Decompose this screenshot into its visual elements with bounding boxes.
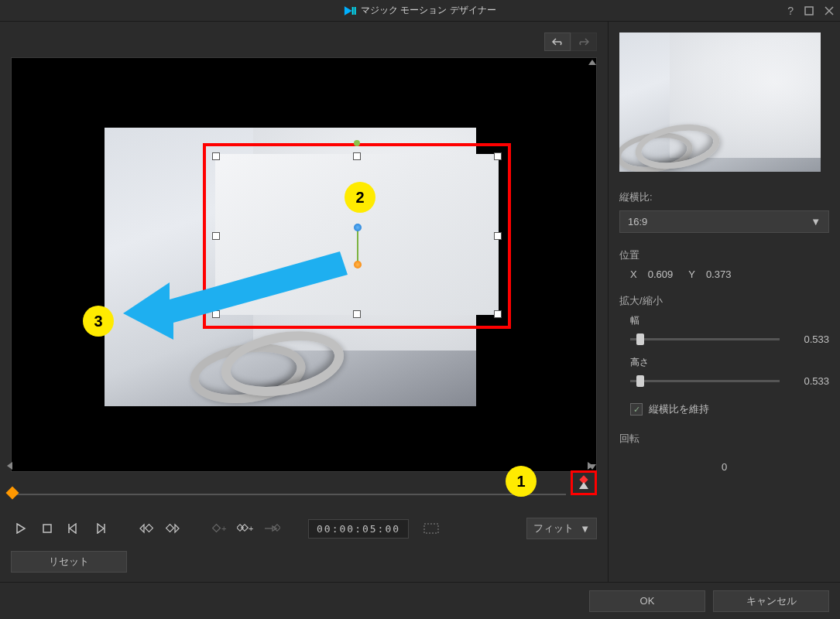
keyframe-marker[interactable] xyxy=(6,487,19,500)
svg-text:+: + xyxy=(249,524,253,533)
scrollbar-vertical[interactable] xyxy=(588,67,596,462)
add-keyframe-icon[interactable]: + xyxy=(209,518,229,539)
svg-rect-1 xyxy=(351,7,353,15)
resize-handle-tc[interactable] xyxy=(353,152,361,160)
resize-handle-tl[interactable] xyxy=(212,152,220,160)
svg-rect-8 xyxy=(43,525,51,532)
svg-rect-15 xyxy=(166,525,174,532)
width-value[interactable]: 0.533 xyxy=(790,333,829,345)
playback-controls: + + 00:00:05:00 フィット ▼ xyxy=(11,515,597,542)
scale-label: 拡大/縮小 xyxy=(619,294,829,308)
height-value[interactable]: 0.533 xyxy=(790,375,829,387)
add-keyframe-button[interactable] xyxy=(571,470,597,495)
height-label: 高さ xyxy=(630,356,829,369)
chevron-down-icon: ▼ xyxy=(580,523,590,535)
zoom-fit-dropdown[interactable]: フィット ▼ xyxy=(526,518,597,539)
svg-marker-9 xyxy=(70,524,76,533)
svg-marker-16 xyxy=(175,525,179,532)
svg-marker-7 xyxy=(17,524,25,533)
position-label: 位置 xyxy=(619,248,829,262)
app-icon xyxy=(344,5,356,17)
annotation-2: 2 xyxy=(345,182,375,213)
svg-marker-11 xyxy=(98,524,104,533)
svg-marker-6 xyxy=(123,251,348,340)
svg-rect-24 xyxy=(424,524,438,533)
rotation-label: 回転 xyxy=(619,432,829,446)
titlebar: マジック モーション デザイナー ? xyxy=(0,0,840,22)
aspect-ratio-dropdown[interactable]: 16:9 ▼ xyxy=(619,210,829,233)
x-value[interactable]: 0.609 xyxy=(648,268,674,280)
x-label: X xyxy=(630,268,637,280)
properties-panel: 縦横比: 16:9 ▼ 位置 X0.609 Y0.373 拡大/縮小 幅 0.5… xyxy=(608,22,840,582)
motion-start-point[interactable] xyxy=(354,224,362,231)
resize-handle-mr[interactable] xyxy=(494,232,502,240)
undo-button[interactable] xyxy=(544,32,571,51)
svg-rect-17 xyxy=(213,525,221,532)
maximize-icon[interactable] xyxy=(804,6,814,15)
aspect-ratio-label: 縦横比: xyxy=(619,190,829,204)
width-label: 幅 xyxy=(630,314,829,327)
rotation-value[interactable]: 0 xyxy=(619,461,829,473)
tv-safe-icon[interactable] xyxy=(421,518,441,539)
left-panel: 2 3 1 xyxy=(0,22,608,582)
scrollbar-horizontal[interactable] xyxy=(15,462,585,470)
timecode-display[interactable]: 00:00:05:00 xyxy=(308,519,409,539)
y-value[interactable]: 0.373 xyxy=(706,268,732,280)
preview-area[interactable]: 2 3 xyxy=(11,57,597,472)
prev-frame-button[interactable] xyxy=(63,518,84,539)
prev-keyframe-button[interactable] xyxy=(136,518,156,539)
redo-button[interactable] xyxy=(571,32,597,51)
duplicate-keyframe-icon[interactable]: + xyxy=(235,518,255,539)
stop-button[interactable] xyxy=(37,518,57,539)
svg-rect-19 xyxy=(237,525,243,531)
thumbnail-preview xyxy=(619,32,821,172)
play-button[interactable] xyxy=(11,518,31,539)
motion-path xyxy=(357,228,358,264)
width-slider[interactable] xyxy=(630,338,780,340)
svg-rect-2 xyxy=(354,7,355,15)
rotation-handle[interactable] xyxy=(354,140,360,146)
reset-button[interactable]: リセット xyxy=(11,551,127,573)
svg-rect-13 xyxy=(146,525,153,532)
keep-aspect-checkbox[interactable]: ✓ xyxy=(630,403,643,416)
cancel-button[interactable]: キャンセル xyxy=(713,590,829,612)
svg-text:+: + xyxy=(221,524,226,533)
svg-rect-20 xyxy=(242,525,248,531)
next-keyframe-button[interactable] xyxy=(163,518,183,539)
zoom-fit-label: フィット xyxy=(533,522,574,535)
annotation-3: 3 xyxy=(83,306,114,337)
y-label: Y xyxy=(688,268,695,280)
chevron-down-icon: ▼ xyxy=(811,216,821,227)
svg-rect-3 xyxy=(805,7,813,15)
footer: OK キャンセル xyxy=(0,582,840,619)
svg-marker-14 xyxy=(140,525,144,532)
annotation-arrow xyxy=(123,236,355,344)
annotation-1: 1 xyxy=(506,466,537,497)
resize-handle-tr[interactable] xyxy=(494,152,502,160)
resize-handle-br[interactable] xyxy=(494,310,502,318)
close-icon[interactable] xyxy=(825,6,834,15)
help-icon[interactable]: ? xyxy=(787,5,794,17)
keep-aspect-label: 縦横比を維持 xyxy=(649,402,709,416)
svg-marker-0 xyxy=(344,6,351,15)
window-title: マジック モーション デザイナー xyxy=(361,4,496,17)
height-slider[interactable] xyxy=(630,380,780,382)
move-keyframe-icon[interactable] xyxy=(262,518,282,539)
window: マジック モーション デザイナー ? xyxy=(0,0,840,619)
ok-button[interactable]: OK xyxy=(589,590,705,612)
next-frame-button[interactable] xyxy=(90,518,110,539)
